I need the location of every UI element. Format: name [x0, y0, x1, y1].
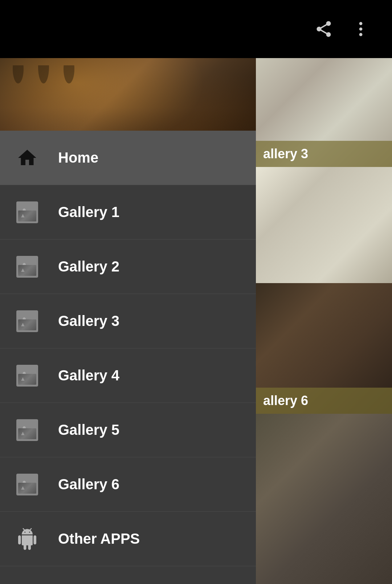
nav-label-gallery2: Gallery 2: [58, 258, 119, 275]
nav-item-gallery3[interactable]: Gallery 3: [0, 294, 256, 348]
right-panel-2: [256, 167, 392, 283]
right-panel-3-label: allery 6: [256, 388, 392, 414]
svg-point-0: [359, 22, 363, 25]
top-bar: [0, 0, 392, 58]
svg-point-17: [23, 481, 26, 483]
right-panel-1: allery 3: [256, 58, 392, 167]
svg-rect-8: [20, 260, 35, 274]
android-icon: [15, 526, 40, 552]
nav-item-gallery2[interactable]: Gallery 2: [0, 240, 256, 294]
right-panel-4: [256, 414, 392, 584]
nav-item-gallery4[interactable]: Gallery 4: [0, 348, 256, 403]
home-icon: [15, 145, 40, 171]
right-panel-3: allery 6: [256, 283, 392, 414]
nav-label-gallery1: Gallery 1: [58, 204, 119, 220]
nav-label-home: Home: [58, 150, 98, 166]
svg-rect-10: [20, 314, 35, 328]
svg-point-3: [13, 65, 24, 83]
svg-point-11: [23, 317, 26, 320]
nav-label-gallery4: Gallery 4: [58, 367, 119, 384]
svg-point-2: [359, 33, 363, 36]
gallery1-icon: [15, 200, 40, 225]
svg-rect-12: [20, 369, 35, 383]
nav-label-gallery6: Gallery 6: [58, 476, 119, 493]
svg-rect-6: [20, 205, 35, 219]
gallery6-icon: [15, 472, 40, 497]
gallery5-icon: [15, 417, 40, 443]
svg-rect-14: [20, 423, 35, 437]
svg-point-5: [64, 65, 74, 83]
gallery3-icon: [15, 309, 40, 334]
svg-point-7: [23, 208, 26, 211]
gallery4-icon: [15, 363, 40, 388]
svg-point-4: [38, 65, 49, 83]
right-panel-1-label: allery 3: [256, 141, 392, 167]
svg-point-15: [23, 426, 26, 429]
nav-item-gallery1[interactable]: Gallery 1: [0, 185, 256, 240]
nav-label-gallery3: Gallery 3: [58, 313, 119, 329]
svg-point-13: [23, 372, 26, 375]
nav-item-gallery5[interactable]: Gallery 5: [0, 403, 256, 457]
svg-rect-16: [20, 478, 35, 491]
nav-label-gallery5: Gallery 5: [58, 422, 119, 438]
svg-point-1: [359, 28, 363, 31]
nav-drawer: Home Gallery 1 Gallery: [0, 131, 256, 584]
share-icon[interactable]: [314, 20, 333, 38]
nav-item-other-apps[interactable]: Other APPS: [0, 512, 256, 566]
gallery2-icon: [15, 254, 40, 279]
nav-item-gallery6[interactable]: Gallery 6: [0, 457, 256, 512]
svg-point-9: [23, 263, 26, 266]
nav-label-other-apps: Other APPS: [58, 531, 140, 547]
nav-item-home[interactable]: Home: [0, 131, 256, 185]
more-options-icon[interactable]: [351, 20, 370, 38]
